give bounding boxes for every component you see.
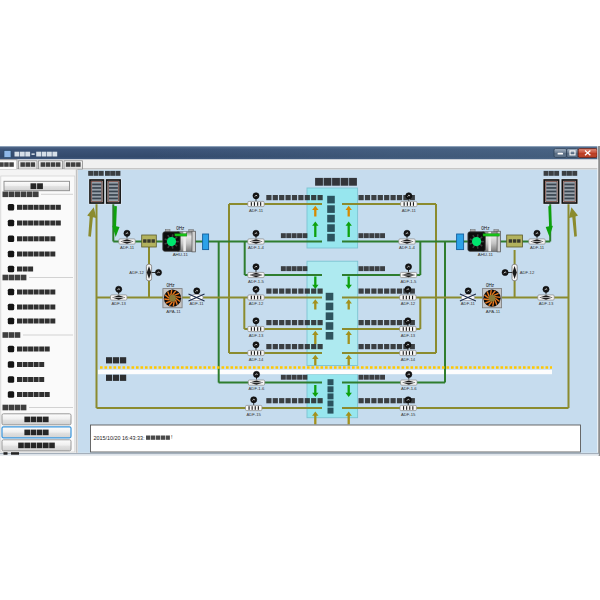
- svg-text:ADF-1-5: ADF-1-5: [248, 279, 264, 284]
- svg-text:ADF-1-6: ADF-1-6: [401, 386, 417, 391]
- svg-text:ADF-1-5: ADF-1-5: [401, 279, 417, 284]
- svg-text:ADF-13: ADF-13: [539, 301, 554, 306]
- svg-text:ADF-11: ADF-11: [530, 245, 545, 250]
- svg-text:ADF-15: ADF-15: [401, 412, 416, 417]
- svg-text:0Hz: 0Hz: [486, 283, 495, 288]
- svg-text:ADF-12: ADF-12: [520, 270, 535, 275]
- svg-text:AHU-11: AHU-11: [478, 252, 494, 257]
- svg-text:ADF-15: ADF-15: [246, 412, 261, 417]
- svg-text:2015/10/20 16:43:33:: 2015/10/20 16:43:33:: [94, 435, 145, 441]
- svg-text:AHU-11: AHU-11: [173, 252, 189, 257]
- svg-text:ADF-12: ADF-12: [249, 301, 264, 306]
- svg-text:ADF-11: ADF-11: [461, 301, 476, 306]
- svg-text:ADF-13: ADF-13: [111, 301, 126, 306]
- svg-text:ADF-12: ADF-12: [401, 301, 416, 306]
- svg-text:ADF-1-4: ADF-1-4: [399, 245, 415, 250]
- svg-text:ADF-11: ADF-11: [249, 208, 264, 213]
- svg-text:!: !: [171, 434, 172, 440]
- svg-text:APA-11: APA-11: [486, 309, 501, 314]
- svg-text:ADF-14: ADF-14: [249, 357, 264, 362]
- svg-text:ADF-12: ADF-12: [129, 270, 144, 275]
- svg-text:ADF-1-4: ADF-1-4: [248, 245, 264, 250]
- svg-text:APA-11: APA-11: [166, 309, 181, 314]
- svg-text:0Hz: 0Hz: [166, 283, 175, 288]
- svg-text:ADF-13: ADF-13: [401, 333, 416, 338]
- svg-text:ADF-1-6: ADF-1-6: [249, 386, 265, 391]
- svg-text:0Hz: 0Hz: [481, 226, 490, 231]
- svg-text:ADF-11: ADF-11: [189, 301, 204, 306]
- svg-text:0Hz: 0Hz: [176, 226, 185, 231]
- svg-text:ADF-14: ADF-14: [401, 357, 416, 362]
- svg-text:ADF-11: ADF-11: [120, 245, 135, 250]
- svg-text:ADF-13: ADF-13: [249, 333, 264, 338]
- svg-text:ADF-11: ADF-11: [402, 208, 417, 213]
